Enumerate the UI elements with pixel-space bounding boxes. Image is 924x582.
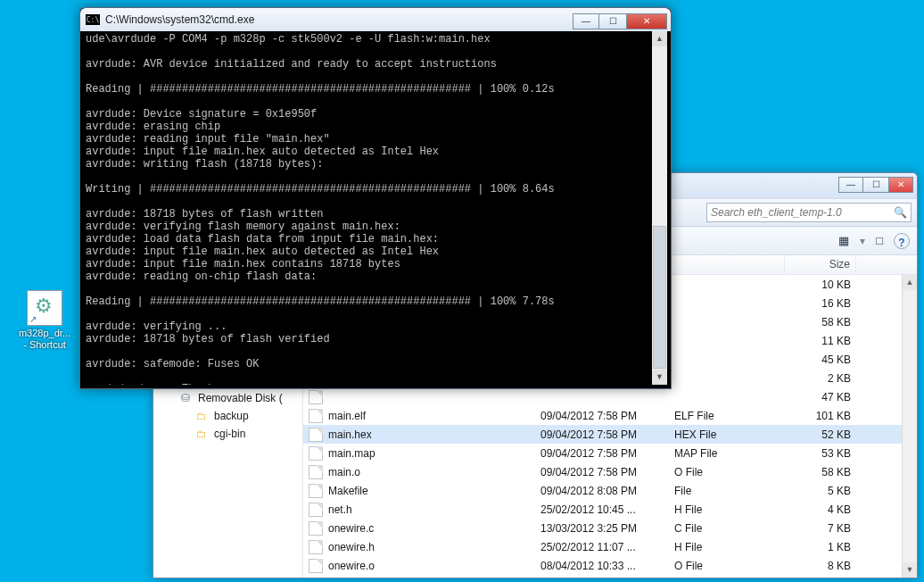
scroll-down-icon[interactable]: ▼ [903,562,917,578]
cmd-titlebar[interactable]: C:\ C:\Windows\system32\cmd.exe — ☐ ✕ [80,8,671,31]
file-name: onewire.o [328,560,375,572]
preview-pane-button[interactable]: □ [872,232,887,249]
search-input[interactable] [711,206,894,219]
maximize-button[interactable]: ☐ [599,13,626,29]
file-name: Makefile [328,485,368,497]
file-row[interactable]: main.elf09/04/2012 7:58 PMELF File101 KB [303,406,917,425]
search-box[interactable]: 🔍 [706,203,912,222]
file-size: 8 KB [785,560,856,572]
file-row[interactable]: main.hex09/04/2012 7:58 PMHEX File52 KB [303,425,917,444]
file-type: File [669,485,785,497]
file-name: main.o [328,466,360,478]
file-name: onewire.h [328,541,375,553]
minimize-button[interactable]: — [838,177,863,193]
nav-removable-disk[interactable]: ⛁Removable Disk ( [162,389,302,407]
shortcut-label-2: - Shortcut [16,339,73,351]
maximize-button[interactable]: ☐ [863,177,888,193]
file-size: 52 KB [785,428,856,441]
search-icon[interactable]: 🔍 [894,206,907,219]
cmd-title: C:\Windows\system32\cmd.exe [105,13,573,26]
file-icon [309,503,323,517]
file-row[interactable]: onewire.h25/02/2012 11:07 ...H File1 KB [303,537,917,556]
file-icon [309,521,323,536]
folder-icon: 🗀 [194,409,209,423]
file-icon [309,428,323,442]
file-name: onewire.c [328,522,374,535]
scroll-down-icon[interactable]: ▼ [652,370,667,385]
file-date: 09/04/2012 8:08 PM [535,485,669,497]
file-size: 5 KB [785,485,856,497]
file-icon [309,559,323,573]
file-name: main.hex [328,428,372,441]
help-button[interactable]: ? [894,233,910,249]
file-type: HEX File [669,428,785,441]
nav-folder-cgibin[interactable]: 🗀cgi-bin [162,425,302,443]
file-date: 09/04/2012 7:58 PM [535,466,669,478]
file-date: 08/04/2012 10:33 ... [535,560,669,572]
file-type: C File [669,522,785,535]
close-button[interactable]: ✕ [626,13,667,29]
minimize-button[interactable]: — [573,13,599,29]
file-row[interactable]: onewire.c13/03/2012 3:25 PMC File7 KB [303,519,917,537]
file-size: 53 KB [785,447,856,460]
file-date: 25/02/2012 10:45 ... [535,503,669,516]
file-row[interactable]: main.o09/04/2012 7:58 PMO File58 KB [303,462,917,481]
file-size: 58 KB [785,466,856,478]
cmd-scrollbar[interactable]: ▲ ▼ [652,31,667,385]
file-size: 4 KB [785,503,856,516]
file-type: H File [669,541,785,553]
file-type: O File [669,466,785,478]
file-size: 1 KB [785,541,856,553]
file-size: 47 KB [785,391,856,403]
file-icon [309,578,323,578]
view-options-button[interactable]: ▦ [835,232,853,249]
scroll-up-icon[interactable]: ▲ [903,275,917,290]
cmd-window: C:\ C:\Windows\system32\cmd.exe — ☐ ✕ ud… [79,7,672,389]
file-size: 16 KB [785,297,856,310]
col-type[interactable] [669,255,785,274]
file-row[interactable]: Makefile09/04/2012 8:08 PMFile5 KB [303,481,917,500]
file-list-scrollbar[interactable]: ▲ ▼ [902,275,917,578]
file-row[interactable]: net.h25/02/2012 10:45 ...H File4 KB [303,500,917,519]
nav-folder-backup[interactable]: 🗀backup [162,407,302,425]
file-type: ELF File [669,410,785,422]
file-name: main.map [328,447,375,460]
file-row[interactable]: onewire.o08/04/2012 10:33 ...O File8 KB [303,556,917,575]
file-size: 45 KB [785,353,856,366]
file-row[interactable]: 47 KB [303,387,917,406]
file-size: 101 KB [785,410,856,422]
scroll-thumb[interactable] [653,226,666,369]
shortcut-label-1: m328p_dr... [16,328,73,339]
file-icon [309,484,323,498]
file-size: 2 KB [785,372,856,385]
gear-shortcut-icon [27,290,62,326]
file-name: main.elf [328,410,366,422]
desktop-shortcut-m328p[interactable]: m328p_dr... - Shortcut [16,290,73,351]
file-type: MAP File [669,447,785,460]
file-date: 09/04/2012 7:58 PM [535,447,669,460]
file-type: H File [669,503,785,516]
file-icon [309,390,323,404]
file-icon [309,409,323,423]
file-size: 10 KB [785,279,856,291]
file-icon [309,465,323,479]
file-size: 11 KB [785,335,856,347]
file-date: 09/04/2012 7:58 PM [535,410,669,422]
file-date: 09/04/2012 7:58 PM [535,428,669,441]
scroll-up-icon[interactable]: ▲ [652,31,667,46]
file-type: O File [669,560,785,572]
file-size: 7 KB [785,522,856,535]
file-date: 25/02/2012 11:07 ... [535,541,669,553]
file-name: net.h [328,503,352,516]
cmd-icon: C:\ [86,14,100,25]
removable-disk-icon: ⛁ [178,391,193,405]
file-date: 13/03/2012 3:25 PM [535,522,669,535]
close-button[interactable]: ✕ [888,177,913,193]
folder-icon: 🗀 [194,427,209,441]
cmd-output[interactable]: ude\avrdude -P COM4 -p m328p -c stk500v2… [84,31,667,385]
file-row[interactable]: main.map09/04/2012 7:58 PMMAP File53 KB [303,444,917,462]
file-icon [309,446,323,461]
file-icon [309,540,323,554]
file-row[interactable]: README06/04/2012 12:51 ...Chrome HTML Do… [303,575,917,578]
col-size[interactable]: Size [785,255,856,274]
